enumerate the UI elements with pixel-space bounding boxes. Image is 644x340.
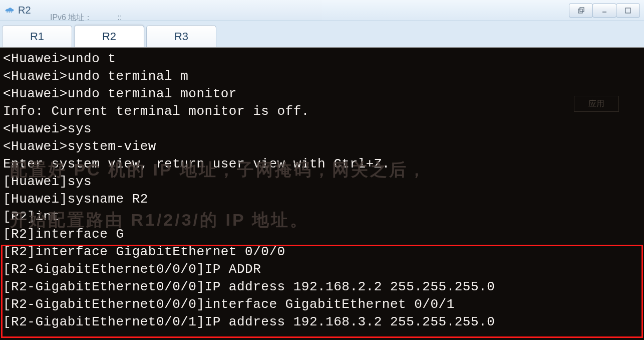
- window-title: R2: [18, 5, 569, 16]
- terminal-line: [R2-GigabitEthernet0/0/0]IP address 192.…: [3, 278, 641, 296]
- maximize-button[interactable]: [616, 4, 640, 18]
- terminal-line: [R2]int: [3, 208, 641, 226]
- terminal-line: [R2-GigabitEthernet0/0/1]IP address 192.…: [3, 313, 641, 331]
- terminal-line: [R2]interface G: [3, 226, 641, 243]
- terminal-line: <Huawei>undo terminal m: [3, 68, 641, 85]
- popout-button[interactable]: [569, 4, 593, 18]
- titlebar: R2: [0, 0, 644, 21]
- terminal[interactable]: 配置好 PC 机的 IP 地址，子网掩码，网关之后， 开始配置路由 R1/2/3…: [0, 48, 644, 340]
- svg-rect-3: [625, 8, 630, 13]
- terminal-line: [Huawei]sysname R2: [3, 191, 641, 208]
- terminal-line: Info: Current terminal monitor is off.: [3, 103, 641, 120]
- tab-label: R2: [102, 30, 116, 43]
- minimize-button[interactable]: [592, 4, 616, 18]
- terminal-line: <Huawei>undo terminal monitor: [3, 85, 641, 103]
- tab-r3[interactable]: R3: [146, 25, 216, 47]
- tab-r2[interactable]: R2: [74, 25, 144, 47]
- terminal-line: <Huawei>sys: [3, 120, 641, 138]
- terminal-line: [R2]interface GigabitEthernet 0/0/0: [3, 243, 641, 261]
- terminal-line: <Huawei>system-view: [3, 138, 641, 155]
- svg-rect-0: [578, 9, 582, 13]
- terminal-line: Enter system view, return user view with…: [3, 155, 641, 173]
- terminal-line: <Huawei>undo t: [3, 50, 641, 68]
- tab-label: R1: [30, 30, 44, 43]
- window-controls: [569, 4, 640, 18]
- terminal-line: [Huawei]sys: [3, 173, 641, 191]
- tab-r1[interactable]: R1: [2, 25, 72, 47]
- app-icon: [4, 5, 15, 16]
- tab-label: R3: [174, 30, 188, 43]
- tabbar: R1 R2 R3: [0, 21, 644, 48]
- terminal-line: [R2-GigabitEthernet0/0/0]interface Gigab…: [3, 296, 641, 313]
- terminal-line: [R2-GigabitEthernet0/0/0]IP ADDR: [3, 261, 641, 278]
- svg-rect-1: [580, 8, 584, 12]
